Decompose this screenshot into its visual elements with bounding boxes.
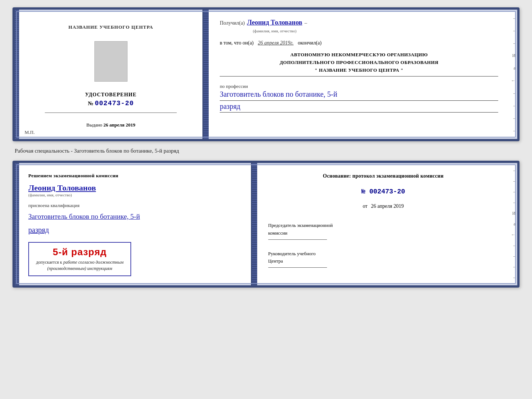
stamp-instructions: (производственным) инструкциям <box>47 266 112 271</box>
stamp-allowed-text: допускается к <box>36 260 62 265</box>
issued-date: 26 апреля 2019 <box>103 122 135 128</box>
person-name-block: Леонид Толованов (фамилия, имя, отчество… <box>28 183 242 197</box>
dash-1: – <box>305 20 307 26</box>
chairman-block: Председатель экзаменационной комиссии <box>268 222 499 241</box>
right-marks-2: – – – – И а ← – – – – <box>509 163 517 285</box>
stamp-work: работе согласно должностным <box>63 260 123 265</box>
from-date: 26 апреля 2019 <box>371 203 404 209</box>
chairman-label2: комиссии <box>268 229 499 237</box>
chairman-label: Председатель экзаменационной <box>268 222 499 229</box>
decision-text: Решением экзаменационной комиссии <box>28 172 242 179</box>
left-binding-2 <box>15 163 19 285</box>
person-subtitle: (фамилия, имя, отчество) <box>28 193 242 197</box>
person-name: Леонид Толованов <box>28 183 242 193</box>
received-prefix: Получил(а) <box>220 20 245 26</box>
razryad-value-2: разряд <box>28 225 242 235</box>
left-binding <box>15 10 19 139</box>
osnov-label: Основание: протокол экзаменационной коми… <box>268 172 499 180</box>
center-spine <box>204 10 209 139</box>
between-label: Рабочая специальность - Заготовитель бло… <box>11 148 179 154</box>
stamp-big-text: 5-й разряд <box>35 246 125 258</box>
issued-label: Выдано <box>86 122 102 128</box>
recipient-name: Леонид Толованов <box>247 19 302 26</box>
issued-line: Выдано 26 апреля 2019 <box>86 122 135 128</box>
bottom-doc-left: Решением экзаменационной комиссии Леонид… <box>19 163 252 285</box>
name-subtitle: (фамилия, имя, отчество) <box>220 29 498 33</box>
qual-label: присвоена квалификация <box>28 203 242 209</box>
top-left-title: НАЗВАНИЕ УЧЕБНОГО ЦЕНТРА <box>68 24 153 30</box>
stamp-label: М.П. <box>25 129 35 135</box>
date-suffix: окончил(а) <box>298 40 322 46</box>
date-line: в том, что он(а) 26 апреля 2019г. окончи… <box>220 40 498 46</box>
photo-placeholder <box>94 41 127 82</box>
stamp-box: 5-й разряд допускается к работе согласно… <box>28 242 131 276</box>
top-doc-right: Получил(а) Леонид Толованов – (фамилия, … <box>209 10 509 139</box>
center-spine-2 <box>252 163 257 285</box>
qual-value: Заготовитель блоков по ботанике, 5-й <box>28 212 242 221</box>
top-doc-left: НАЗВАНИЕ УЧЕБНОГО ЦЕНТРА УДОСТОВЕРЕНИЕ №… <box>19 10 204 139</box>
head-label: Руководитель учебного <box>268 250 499 258</box>
cert-number-line: № 002473-20 <box>88 100 134 107</box>
profession-value: Заготовитель блоков по ботанике, 5-й <box>220 89 498 101</box>
protocol-number-line: № 002473-20 <box>268 188 499 195</box>
stamp-allowed: допускается к работе согласно должностны… <box>35 259 125 272</box>
right-marks: – – – И а ← – – – – <box>509 10 517 139</box>
razryad-value: разряд <box>220 102 498 113</box>
head-block: Руководитель учебного Центра <box>268 250 499 270</box>
profession-label: по профессии <box>220 83 498 89</box>
org-line2: ДОПОЛНИТЕЛЬНОГО ПРОФЕССИОНАЛЬНОГО ОБРАЗО… <box>220 59 498 67</box>
cert-title: УДОСТОВЕРЕНИЕ <box>85 92 136 98</box>
head-label2: Центра <box>268 257 499 265</box>
cert-number: 002473-20 <box>95 100 134 107</box>
cert-number-prefix: № <box>88 100 93 106</box>
protocol-prefix: № <box>362 188 366 195</box>
top-document: НАЗВАНИЕ УЧЕБНОГО ЦЕНТРА УДОСТОВЕРЕНИЕ №… <box>12 7 520 141</box>
org-line1: АВТОНОМНУЮ НЕКОММЕРЧЕСКУЮ ОРГАНИЗАЦИЮ <box>220 51 498 59</box>
bottom-doc-right: Основание: протокол экзаменационной коми… <box>257 163 510 285</box>
bottom-document: Решением экзаменационной комиссии Леонид… <box>12 161 520 288</box>
org-block: АВТОНОМНУЮ НЕКОММЕРЧЕСКУЮ ОРГАНИЗАЦИЮ ДО… <box>220 51 498 76</box>
from-prefix: от <box>363 203 367 209</box>
from-date-line: от 26 апреля 2019 <box>268 203 499 209</box>
date-prefix: в том, что он(а) <box>220 40 254 46</box>
org-line3: " НАЗВАНИЕ УЧЕБНОГО ЦЕНТРА " <box>220 67 498 74</box>
date-value: 26 апреля 2019г. <box>258 40 294 46</box>
protocol-number: 002473-20 <box>369 188 405 195</box>
received-line: Получил(а) Леонид Толованов – <box>220 19 498 26</box>
profession-section: по профессии Заготовитель блоков по бота… <box>220 82 498 113</box>
